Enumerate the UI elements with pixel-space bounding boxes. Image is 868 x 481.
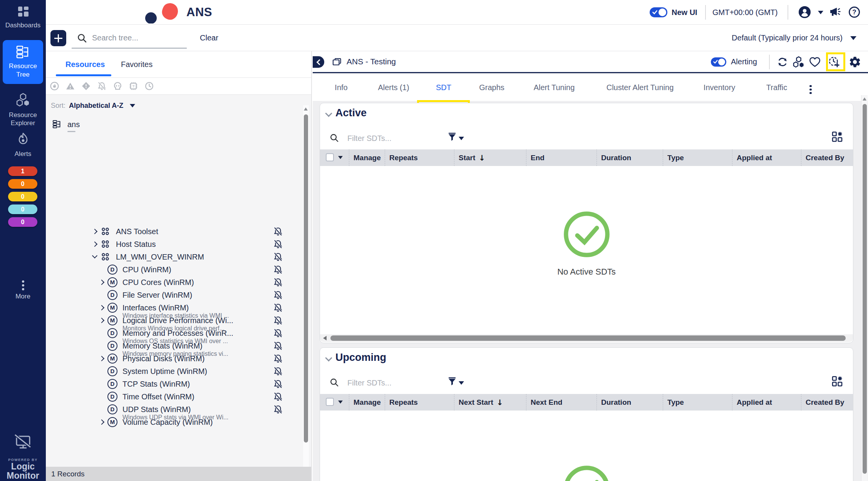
alert-badge[interactable]: 0 bbox=[8, 217, 37, 227]
column-header[interactable]: End bbox=[526, 149, 597, 166]
main-tab[interactable]: Alert Tuning bbox=[534, 74, 575, 101]
tree-scrollbar[interactable] bbox=[303, 105, 309, 467]
column-header[interactable]: Next End bbox=[526, 394, 597, 411]
more-tabs-icon[interactable] bbox=[809, 84, 812, 96]
bell-slash-icon[interactable] bbox=[273, 290, 283, 300]
alerting-disabled-filter-icon[interactable] bbox=[97, 81, 107, 91]
bell-slash-icon[interactable] bbox=[273, 226, 283, 236]
alert-badge[interactable]: 1 bbox=[8, 166, 37, 176]
tree-item[interactable]: D UDP Stats (WinRM) Windows UDP stats vi… bbox=[46, 403, 311, 416]
resource-explorer-icon[interactable] bbox=[792, 55, 805, 69]
vertical-scrollbar[interactable] bbox=[861, 95, 868, 481]
caret-down-icon[interactable] bbox=[338, 156, 343, 159]
critical-filter-icon[interactable] bbox=[65, 81, 75, 91]
sidebar-item-resource-tree[interactable]: ResourceTree bbox=[3, 40, 43, 84]
column-header[interactable]: Created By bbox=[801, 394, 853, 411]
alert-badge[interactable]: 0 bbox=[8, 192, 37, 201]
favorite-heart-icon[interactable] bbox=[808, 55, 821, 69]
main-tab[interactable]: Info bbox=[335, 74, 347, 101]
collapse-section-chevron[interactable] bbox=[325, 110, 332, 117]
timezone-label[interactable]: GMT+00:00 (GMT) bbox=[712, 0, 778, 25]
clear-button[interactable]: Clear bbox=[200, 25, 218, 51]
bell-slash-icon[interactable] bbox=[273, 277, 283, 287]
main-tab[interactable]: SDT bbox=[436, 74, 451, 101]
tree-item[interactable]: D TCP Stats (WinRM) bbox=[46, 377, 311, 390]
tree-item[interactable]: ANS Toolset bbox=[46, 225, 311, 238]
tree-item[interactable]: D File Server (WinRM) bbox=[46, 288, 311, 301]
filter-funnel-icon[interactable] bbox=[447, 132, 457, 142]
caret-down-icon[interactable] bbox=[459, 381, 464, 385]
column-header[interactable]: Type bbox=[663, 149, 732, 166]
tree-item[interactable]: D Memory and Processes (WinR... Windows … bbox=[46, 327, 311, 339]
unmonitored-filter-icon[interactable]: ? bbox=[128, 81, 138, 91]
column-header[interactable]: Next Start ↓ bbox=[454, 394, 526, 411]
tree-item[interactable]: M Physical Disks (WinRM) bbox=[46, 352, 311, 365]
collapse-section-chevron[interactable] bbox=[325, 355, 332, 362]
help-icon[interactable]: ? bbox=[849, 7, 860, 18]
tree-item[interactable]: D Memory Stats (WinRM) Windows memory pa… bbox=[46, 339, 311, 352]
caret-down-icon[interactable] bbox=[338, 401, 343, 404]
tree-expand-chevron[interactable] bbox=[99, 356, 104, 361]
add-resource-button[interactable] bbox=[50, 30, 66, 46]
new-ui-toggle[interactable] bbox=[650, 7, 667, 17]
bell-slash-icon[interactable] bbox=[273, 303, 283, 313]
column-header[interactable]: Applied at bbox=[732, 394, 801, 411]
main-tab[interactable]: Cluster Alert Tuning bbox=[607, 74, 674, 101]
sidebar-item-more[interactable]: More bbox=[0, 279, 46, 300]
bell-slash-icon[interactable] bbox=[273, 315, 283, 325]
tree-expand-chevron[interactable] bbox=[99, 420, 104, 424]
filter-funnel-icon[interactable] bbox=[447, 377, 457, 387]
tree-expand-chevron[interactable] bbox=[92, 255, 97, 259]
bell-slash-icon[interactable] bbox=[273, 392, 283, 402]
tree-item[interactable]: M CPU Cores (WinRM) bbox=[46, 276, 311, 288]
sort-control[interactable]: Sort: Alphabetical A-Z bbox=[51, 95, 135, 116]
tab-favorites[interactable]: Favorites bbox=[121, 51, 152, 77]
settings-gear-icon[interactable] bbox=[848, 55, 861, 69]
dead-filter-icon[interactable] bbox=[112, 81, 122, 91]
sidebar-item-resource-explorer[interactable]: ResourceExplorer bbox=[0, 92, 46, 127]
column-header[interactable]: Manage bbox=[349, 149, 385, 166]
tree-item[interactable]: D CPU (WinRM) bbox=[46, 263, 311, 276]
filter-sdts-input[interactable]: Filter SDTs... bbox=[347, 134, 391, 143]
main-tab[interactable]: Alerts (1) bbox=[378, 74, 409, 101]
tree-item[interactable]: LM_WMI_OVER_WINRM bbox=[46, 250, 311, 263]
scrollbar-thumb[interactable] bbox=[330, 335, 846, 341]
tree-expand-chevron[interactable] bbox=[99, 305, 104, 310]
filter-sdts-input[interactable]: Filter SDTs... bbox=[347, 379, 391, 387]
tree-item[interactable]: M Volume Capacity (WinRM) bbox=[46, 416, 311, 428]
bell-slash-icon[interactable] bbox=[273, 366, 283, 376]
time-range-dropdown[interactable]: Default (Typically prior 24 hours) bbox=[732, 25, 856, 51]
column-header[interactable]: Duration bbox=[597, 394, 663, 411]
column-header[interactable]: Applied at bbox=[732, 149, 801, 166]
tree-expand-chevron[interactable] bbox=[92, 242, 97, 246]
refresh-icon[interactable] bbox=[776, 55, 789, 69]
tree-item[interactable]: Host Status bbox=[46, 238, 311, 250]
bell-slash-icon[interactable] bbox=[273, 341, 283, 351]
sdt-filter-icon[interactable] bbox=[49, 81, 59, 91]
tree-expand-chevron[interactable] bbox=[99, 318, 104, 323]
user-avatar-icon[interactable] bbox=[799, 6, 811, 18]
tree-expand-chevron[interactable] bbox=[99, 280, 104, 285]
column-header[interactable]: Type bbox=[663, 394, 732, 411]
announcements-icon[interactable] bbox=[828, 6, 841, 18]
alert-badge[interactable]: 0 bbox=[8, 179, 37, 189]
search-input[interactable]: Search tree... bbox=[92, 25, 138, 51]
scroll-left-arrow[interactable] bbox=[323, 336, 327, 340]
column-header[interactable]: Repeats bbox=[385, 149, 454, 166]
tree-item[interactable]: D System Uptime (WinRM) bbox=[46, 365, 311, 377]
main-tab[interactable]: Traffic bbox=[766, 74, 787, 101]
bell-slash-icon[interactable] bbox=[273, 379, 283, 389]
bell-slash-icon[interactable] bbox=[273, 328, 283, 338]
tree-item[interactable]: M Interfaces (WinRM) Windows interface s… bbox=[46, 301, 311, 314]
column-header[interactable]: Repeats bbox=[385, 394, 454, 411]
monitor-slash-icon[interactable] bbox=[14, 433, 32, 451]
select-all-checkbox[interactable] bbox=[326, 398, 334, 406]
error-filter-icon[interactable] bbox=[81, 81, 91, 91]
main-tab[interactable]: Inventory bbox=[704, 74, 735, 101]
horizontal-scrollbar[interactable] bbox=[320, 334, 853, 342]
bell-slash-icon[interactable] bbox=[273, 354, 283, 364]
tree-item[interactable]: D Time Offset (WinRM) bbox=[46, 390, 311, 403]
sidebar-item-dashboards[interactable]: Dashboards bbox=[0, 5, 46, 29]
column-header[interactable]: Created By bbox=[801, 149, 853, 166]
column-header[interactable]: Start ↓ bbox=[454, 149, 526, 166]
